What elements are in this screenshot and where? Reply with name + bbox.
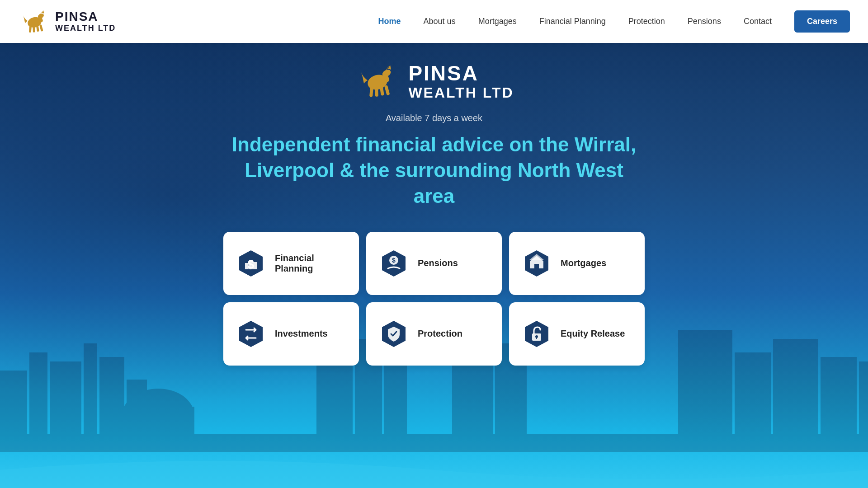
logo-text: PINSA WEALTH LTD [55, 10, 116, 33]
svg-rect-35 [384, 85, 390, 95]
svg-rect-8 [0, 371, 27, 452]
service-label-mortgages: Mortgages [561, 258, 606, 268]
hero-logo: PINSA WEALTH LTD [354, 59, 514, 104]
svg-rect-39 [245, 263, 249, 269]
service-label-financial-planning: Financial Planning [275, 253, 345, 274]
svg-text:$: $ [392, 257, 396, 264]
svg-rect-24 [735, 352, 771, 452]
service-card-mortgages[interactable]: Mortgages [509, 232, 645, 295]
service-card-investments[interactable]: Investments [223, 302, 359, 366]
nav-pensions[interactable]: Pensions [688, 17, 721, 26]
service-label-equity-release: Equity Release [561, 328, 625, 339]
svg-marker-7 [42, 10, 44, 13]
service-label-investments: Investments [275, 328, 328, 339]
service-card-equity-release[interactable]: Equity Release [509, 302, 645, 366]
navbar-links: Home About us Mortgages Financial Planni… [378, 10, 850, 33]
svg-marker-49 [239, 321, 263, 347]
svg-rect-33 [375, 88, 378, 97]
service-label-pensions: Pensions [418, 258, 458, 268]
svg-rect-3 [29, 25, 32, 33]
hero-wave [0, 452, 868, 488]
svg-rect-32 [369, 87, 373, 97]
svg-point-14 [122, 389, 194, 443]
svg-rect-10 [50, 361, 81, 452]
hero-tagline: Available 7 days a week [386, 113, 482, 123]
hero-logo-text: PINSA WEALTH LTD [408, 62, 514, 101]
svg-rect-40 [249, 260, 253, 269]
nav-about[interactable]: About us [424, 17, 456, 26]
arrows-icon [237, 320, 265, 348]
svg-rect-9 [29, 352, 47, 452]
hero-headline-line2: Liverpool & the surrounding North West a… [245, 159, 623, 207]
svg-rect-5 [36, 25, 39, 32]
service-cards-grid: $ Financial Planning $ Pensions [223, 232, 645, 366]
svg-rect-4 [33, 26, 35, 32]
svg-rect-47 [534, 264, 539, 268]
svg-rect-27 [859, 361, 868, 452]
logo[interactable]: PINSA WEALTH LTD [18, 6, 116, 38]
svg-rect-12 [99, 357, 124, 452]
nav-financial-planning[interactable]: Financial Planning [539, 17, 606, 26]
hero-headline-line1: Independent financial advice on the Wirr… [232, 133, 636, 155]
svg-rect-41 [253, 262, 257, 269]
svg-rect-13 [127, 380, 147, 452]
hero-brand-line1: PINSA [408, 62, 514, 85]
svg-rect-28 [0, 434, 868, 452]
house-key-icon [523, 249, 551, 277]
hand-coin-icon: $ [380, 249, 408, 277]
hero-brand-line2: WEALTH LTD [408, 85, 514, 101]
service-label-protection: Protection [418, 328, 462, 339]
shield-icon [380, 320, 408, 348]
hero-section: PINSA WEALTH LTD Available 7 days a week… [0, 0, 868, 488]
svg-rect-34 [380, 86, 384, 96]
logo-name-line2: WEALTH LTD [55, 24, 116, 33]
hero-horse-icon [354, 59, 399, 104]
lock-open-icon [523, 320, 551, 348]
service-card-financial-planning[interactable]: $ Financial Planning [223, 232, 359, 295]
service-card-protection[interactable]: Protection [366, 302, 502, 366]
careers-button[interactable]: Careers [794, 10, 850, 33]
svg-rect-26 [821, 357, 857, 452]
svg-rect-18 [384, 352, 407, 452]
logo-name-line1: PINSA [55, 10, 116, 24]
svg-rect-6 [39, 24, 43, 31]
nav-home[interactable]: Home [378, 17, 401, 26]
svg-rect-54 [536, 337, 537, 339]
nav-mortgages[interactable]: Mortgages [478, 17, 517, 26]
svg-marker-36 [388, 65, 391, 70]
logo-horse-icon [18, 6, 50, 38]
svg-rect-15 [122, 407, 194, 452]
navbar: PINSA WEALTH LTD Home About us Mortgages… [0, 0, 868, 43]
hero-headline: Independent financial advice on the Wirr… [231, 131, 637, 209]
chart-dollar-icon: $ [237, 249, 265, 277]
service-card-pensions[interactable]: $ Pensions [366, 232, 502, 295]
nav-protection[interactable]: Protection [628, 17, 665, 26]
hero-content: PINSA WEALTH LTD Available 7 days a week… [0, 59, 868, 366]
nav-contact[interactable]: Contact [744, 17, 772, 26]
